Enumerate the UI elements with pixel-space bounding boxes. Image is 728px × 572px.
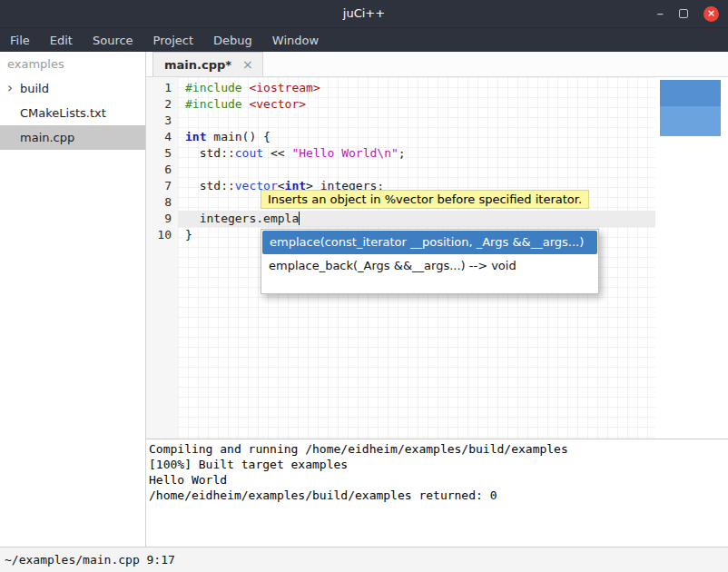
code-token: std:: [185,146,235,160]
code-editor: 1 2 3 4 5 6 7 8 9 10 #include <iostream>… [146,77,728,439]
completion-item-selected[interactable]: emplace(const_iterator __position, _Args… [262,231,597,254]
editor-column: main.cpp* × 1 2 3 4 5 6 7 8 9 10 #includ… [146,52,728,547]
line-number: 9 [146,211,178,227]
code-line-current[interactable]: integers.empla [178,211,655,227]
console-line: Compiling and running /home/eidheim/exam… [149,441,728,457]
menu-window[interactable]: Window [262,30,329,51]
doc-tooltip: Inserts an object in %vector before spec… [261,190,589,209]
code-token: } [185,228,192,242]
tabbar: main.cpp* × [146,52,728,77]
minimap-slider[interactable] [660,80,721,136]
menu-file[interactable]: File [0,30,40,51]
status-bar: ~/examples/main.cpp 9:17 [0,547,728,572]
tree-item-cmakelists[interactable]: CMakeLists.txt [0,101,145,125]
line-number: 1 [146,80,178,96]
jucipp-window: juCi++ – × File Edit Source Project Debu… [0,0,728,572]
text-cursor [299,212,300,225]
window-title: juCi++ [0,0,728,27]
tab-label: main.cpp* [164,58,231,72]
file-tree-header: examples [0,52,145,76]
console-line: Hello World [149,472,728,488]
restore-button[interactable] [679,9,688,18]
close-icon: × [707,7,715,19]
tree-item-label: main.cpp [20,125,145,150]
menu-project[interactable]: Project [143,30,203,51]
line-number: 3 [146,113,178,129]
completion-item[interactable]: emplace_back(_Args &&__args...) --> void [261,254,598,278]
code-token: "Hello World\n" [291,146,398,160]
file-tree-panel: examples › build CMakeLists.txt main.cpp [0,52,145,547]
console-output[interactable]: Compiling and running /home/eidheim/exam… [146,439,728,547]
code-token: cout [235,146,263,160]
line-number: 10 [146,227,178,243]
minimize-button[interactable]: – [657,9,664,18]
menubar: File Edit Source Project Debug Window [0,27,728,52]
code-token: <vector> [249,97,306,111]
code-token: << [263,146,291,160]
code-line[interactable]: #include <iostream> [178,80,655,96]
menu-source[interactable]: Source [83,30,143,51]
minimize-icon: – [657,5,664,22]
console-line: [100%] Built target examples [149,457,728,472]
line-number: 8 [146,194,178,211]
status-file-position: ~/examples/main.cpp 9:17 [5,553,175,567]
completion-popup: emplace(const_iterator __position, _Args… [261,229,599,294]
tree-item-main-cpp[interactable]: main.cpp [0,125,145,150]
code-line[interactable]: #include <vector> [178,96,655,113]
line-number-gutter: 1 2 3 4 5 6 7 8 9 10 [146,77,178,439]
code-token: int [185,130,206,143]
code-token: #include [185,97,242,111]
code-line[interactable]: std::cout << "Hello World\n"; [178,145,655,162]
close-button[interactable]: × [703,6,719,22]
code-token: <iostream> [249,81,320,94]
code-line[interactable] [178,113,655,129]
code-token: main() { [206,130,270,143]
titlebar: juCi++ – × [0,0,728,27]
code-token: integers.empla [185,212,299,225]
line-number: 7 [146,178,178,194]
code-line[interactable]: int main() { [178,129,655,145]
menu-edit[interactable]: Edit [40,30,83,51]
window-controls: – × [657,0,720,27]
line-number: 4 [146,129,178,145]
tree-item-build[interactable]: › build [0,76,145,101]
code-token: #include [185,81,242,94]
menu-debug[interactable]: Debug [203,30,262,51]
line-number: 6 [146,162,178,178]
tree-item-label: build [20,76,145,101]
code-token: std:: [185,179,235,192]
line-number: 5 [146,145,178,162]
tab-main-cpp[interactable]: main.cpp* × [152,52,263,76]
code-line[interactable] [178,162,655,178]
tab-close-icon[interactable]: × [242,57,253,72]
code-token: ; [398,146,406,160]
chevron-right-icon[interactable]: › [7,76,20,101]
console-line: /home/eidheim/examples/build/examples re… [149,488,728,503]
tree-item-label: CMakeLists.txt [20,101,145,125]
minimap[interactable] [655,77,728,439]
line-number: 2 [146,96,178,113]
